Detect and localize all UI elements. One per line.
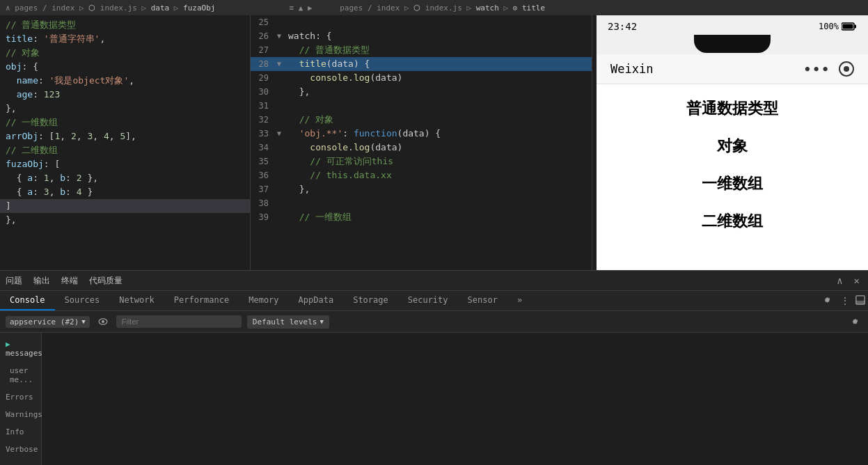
editor-panel: 25 26 ▼ watch: { 27 // 普通数据类型 28 ▼ title… bbox=[251, 15, 592, 270]
line-content: // 可正常访问this bbox=[288, 155, 589, 168]
sidebar-item-messages[interactable]: ▶ messages bbox=[0, 336, 41, 362]
editor-line-highlighted: 28 ▼ title(data) { bbox=[251, 57, 592, 71]
code-line: obj: { bbox=[0, 60, 250, 74]
code-text: }, bbox=[6, 102, 17, 116]
line-number: 29 bbox=[251, 71, 277, 85]
phone-section-二维数组: 二维数组 bbox=[702, 211, 763, 232]
tab-sensor[interactable]: Sensor bbox=[458, 291, 507, 310]
tab-memory[interactable]: Memory bbox=[239, 291, 288, 310]
code-text: 1 bbox=[44, 171, 49, 185]
editor-line: 37 }, bbox=[251, 182, 592, 196]
code-text: 2 bbox=[77, 171, 82, 185]
devtools-close-icon[interactable]: ✕ bbox=[851, 274, 862, 287]
sidebar-item-verbose[interactable]: Verbose bbox=[0, 441, 41, 458]
tab-performance[interactable]: Performance bbox=[164, 291, 239, 310]
phone-content: 普通数据类型 对象 一维数组 二维数组 bbox=[597, 84, 868, 246]
editor-line: 30 }, bbox=[251, 85, 592, 99]
devtools-header-right: ∧ ✕ bbox=[834, 274, 862, 287]
code-text: : { bbox=[22, 60, 38, 74]
sidebar-expand-icon: ▶ bbox=[6, 340, 10, 349]
code-text: // 一维数组 bbox=[6, 116, 58, 129]
code-text: '普通字符串' bbox=[44, 32, 100, 46]
eye-icon[interactable] bbox=[95, 315, 111, 329]
resize-handle[interactable] bbox=[592, 15, 597, 270]
svg-rect-2 bbox=[843, 24, 853, 29]
code-line: }, bbox=[0, 213, 250, 227]
code-text: : bbox=[65, 185, 77, 199]
tab-more[interactable]: » bbox=[507, 291, 532, 310]
line-number: 36 bbox=[251, 168, 277, 182]
code-text: , bbox=[93, 129, 104, 143]
phone-record-icon bbox=[839, 61, 854, 77]
line-content: 'obj.**': function(data) { bbox=[288, 127, 589, 141]
tab-console[interactable]: Console bbox=[0, 291, 55, 310]
code-text: a bbox=[27, 171, 33, 185]
phone-notch bbox=[694, 35, 771, 53]
sidebar-item-user-messages[interactable]: user me... bbox=[0, 362, 41, 388]
devtools-header-item-代码质量[interactable]: 代码质量 bbox=[89, 275, 123, 287]
phone-nav-bar: Weixin ••• bbox=[597, 54, 868, 84]
editor-line: 27 // 普通数据类型 bbox=[251, 43, 592, 57]
code-text: // 二维数组 bbox=[6, 143, 58, 157]
phone-panel: 23:42 100% Weixin ••• bbox=[597, 15, 868, 270]
line-content: // 普通数据类型 bbox=[288, 43, 589, 57]
sidebar-label: Errors bbox=[6, 393, 33, 402]
context-selector[interactable]: appservice (#2) ▼ bbox=[6, 316, 90, 328]
code-text: : bbox=[33, 88, 44, 102]
filter-input[interactable] bbox=[116, 315, 242, 328]
devtools-header-item-问题[interactable]: 问题 bbox=[6, 275, 22, 287]
code-line: }, bbox=[0, 102, 250, 116]
code-line: title: '普通字符串', bbox=[0, 32, 250, 46]
tab-security[interactable]: Security bbox=[398, 291, 458, 310]
editor-line: 32 // 对象 bbox=[251, 113, 592, 127]
left-code-panel: // 普通数据类型 title: '普通字符串', // 对象 obj: { n… bbox=[0, 15, 251, 270]
code-line: ] bbox=[0, 199, 250, 213]
default-levels-dropdown[interactable]: Default levels ▼ bbox=[247, 315, 329, 329]
expand-arrow-icon: ▼ bbox=[277, 29, 288, 43]
sidebar-item-warnings[interactable]: Warnings bbox=[0, 406, 41, 423]
editor-line: 26 ▼ watch: { bbox=[251, 29, 592, 43]
tab-network[interactable]: Network bbox=[109, 291, 164, 310]
editor-line: 38 bbox=[251, 196, 592, 210]
code-text: : bbox=[38, 74, 49, 88]
devtools-header-left: 问题 输出 终端 代码质量 bbox=[6, 275, 123, 287]
phone-section-一维数组: 一维数组 bbox=[702, 173, 763, 194]
line-number: 32 bbox=[251, 113, 277, 127]
code-line: name: '我是object对象', bbox=[0, 74, 250, 88]
devtools-header-item-终端[interactable]: 终端 bbox=[61, 275, 78, 287]
devtools-more-icon[interactable]: ⋮ bbox=[837, 294, 853, 308]
line-number: 34 bbox=[251, 141, 277, 155]
editor-line: 34 console.log(data) bbox=[251, 141, 592, 155]
dropdown-arrow-icon: ▼ bbox=[319, 318, 323, 325]
console-sidebar: ▶ messages user me... Errors Warnings In… bbox=[0, 333, 42, 465]
devtools-gear-icon[interactable] bbox=[816, 292, 837, 310]
line-number: 27 bbox=[251, 43, 277, 57]
line-number: 31 bbox=[251, 99, 277, 113]
line-content: // this.data.xx bbox=[288, 168, 589, 182]
sidebar-item-errors[interactable]: Errors bbox=[0, 388, 41, 406]
line-content: title(data) { bbox=[288, 57, 589, 71]
code-text: b bbox=[60, 185, 65, 199]
code-text: 4 bbox=[77, 185, 82, 199]
code-text: 4 bbox=[104, 129, 109, 143]
console-body: ▶ messages user me... Errors Warnings In… bbox=[0, 333, 868, 465]
breadcrumb-left: ∧ pages / index ▷ ⬡ index.js ▷ data ▷ fu… bbox=[6, 3, 545, 13]
editor-content: 25 26 ▼ watch: { 27 // 普通数据类型 28 ▼ title… bbox=[251, 15, 592, 270]
phone-time: 23:42 bbox=[608, 21, 637, 32]
console-settings-icon[interactable] bbox=[847, 314, 862, 329]
line-content: // 对象 bbox=[288, 113, 589, 127]
code-text: , bbox=[60, 129, 71, 143]
code-text: : bbox=[33, 171, 44, 185]
phone-dots-icon: ••• bbox=[803, 62, 830, 77]
code-text: }, bbox=[6, 213, 17, 227]
devtools-header-item-输出[interactable]: 输出 bbox=[33, 275, 50, 287]
sidebar-item-info[interactable]: Info bbox=[0, 423, 41, 441]
tab-appdata[interactable]: AppData bbox=[289, 291, 344, 310]
code-line: arrObj: [1, 2, 3, 4, 5], bbox=[0, 129, 250, 143]
tab-storage[interactable]: Storage bbox=[343, 291, 398, 310]
devtools-chevron-up-icon[interactable]: ∧ bbox=[834, 274, 845, 287]
editor-line: 39 // 一维数组 bbox=[251, 210, 592, 224]
tab-sources[interactable]: Sources bbox=[55, 291, 110, 310]
devtools-dock-icon[interactable] bbox=[853, 294, 868, 308]
code-text: 1 bbox=[54, 129, 60, 143]
